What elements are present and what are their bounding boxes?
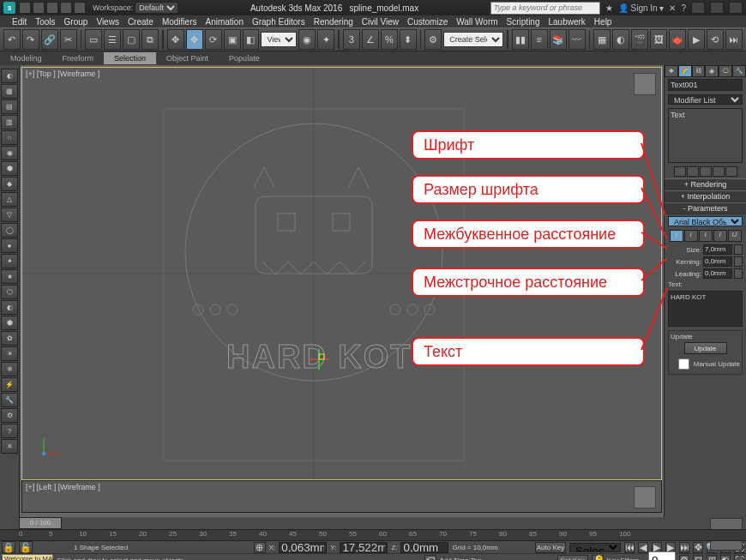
material-button[interactable]: ◐ [612, 29, 629, 50]
ribbon-tab-object paint[interactable]: Object Paint [156, 52, 219, 64]
menu-tools[interactable]: Tools [35, 17, 55, 27]
leftbar-btn-10[interactable]: ◯ [1, 223, 18, 238]
infocenter-icon[interactable]: ★ [605, 3, 613, 13]
autokey-button[interactable]: Auto Key [535, 542, 566, 553]
leftbar-btn-9[interactable]: ▽ [1, 208, 18, 222]
play-end-button[interactable]: ⏭ [679, 542, 689, 553]
render-frame-button[interactable]: 🖼 [650, 29, 667, 50]
ribbon-tab-freeform[interactable]: Freeform [52, 52, 105, 64]
show-end-button[interactable] [687, 166, 699, 177]
ribbon-tab-selection[interactable]: Selection [104, 52, 156, 64]
app-logo[interactable]: 3 [3, 2, 15, 14]
viewcube[interactable] [634, 73, 656, 95]
kerning-spin-buttons[interactable] [734, 256, 743, 267]
align-center-button[interactable]: I [684, 230, 698, 242]
maximize-button[interactable] [710, 2, 724, 14]
display-tab[interactable]: 🖵 [719, 65, 732, 77]
leftbar-btn-16[interactable]: ⬢ [1, 316, 18, 330]
link-button[interactable]: 🔗 [41, 29, 58, 50]
timetag-label[interactable]: Add Time Tag [440, 557, 482, 561]
exchange-icon[interactable]: ✕ [669, 3, 676, 13]
menu-rendering[interactable]: Rendering [314, 17, 353, 27]
viewport-top-label[interactable]: [+] [Top ] [Wireframe ] [26, 69, 99, 78]
leftbar-btn-22[interactable]: ⚙ [1, 408, 18, 423]
current-frame[interactable] [648, 551, 676, 561]
leftbar-btn-17[interactable]: ✿ [1, 331, 18, 346]
menu-group[interactable]: Group [64, 17, 88, 27]
create-tab[interactable]: ✚ [665, 65, 678, 77]
qat-redo-icon[interactable] [74, 2, 86, 14]
menu-customize[interactable]: Customize [407, 17, 448, 27]
menu-laubwerk[interactable]: Laubwerk [548, 17, 585, 27]
keymode-select[interactable]: Selected [569, 543, 621, 552]
leftbar-btn-5[interactable]: ◉ [1, 146, 18, 160]
menu-civilview[interactable]: Civil View [362, 17, 399, 27]
leftbar-btn-13[interactable]: ★ [1, 269, 18, 284]
timeconfig-button[interactable]: ⚙ [679, 555, 689, 561]
abs-rel-icon[interactable]: ⊕ [254, 542, 266, 553]
kerning-spinner[interactable]: 0,0mm [703, 256, 732, 267]
leftbar-btn-23[interactable]: ? [1, 424, 18, 438]
modifier-list-select[interactable]: Modifier List [668, 94, 743, 105]
align-justify-button[interactable]: I [713, 230, 727, 242]
time-slider[interactable]: 0 / 100 [19, 517, 62, 529]
remove-mod-button[interactable] [713, 166, 725, 177]
configure-button[interactable] [725, 166, 737, 177]
leftbar-btn-19[interactable]: ❄ [1, 362, 18, 376]
text-input[interactable]: HARD KOT [668, 291, 743, 327]
render-prod-button[interactable]: ▶ [688, 29, 705, 50]
selection-set-select[interactable]: Create Selection Se [443, 32, 503, 47]
leftbar-btn-24[interactable]: ✕ [1, 439, 18, 454]
leftbar-btn-14[interactable]: ⬡ [1, 285, 18, 299]
unique-button[interactable] [700, 166, 712, 177]
snap-button[interactable]: 3 [343, 29, 360, 50]
angle-snap-button[interactable]: ∠ [362, 29, 379, 50]
filter-button[interactable]: ⧉ [141, 29, 159, 50]
leftbar-btn-3[interactable]: ▥ [1, 115, 18, 129]
menu-modifiers[interactable]: Modifiers [162, 17, 197, 27]
percent-snap-button[interactable]: % [381, 29, 398, 50]
qat-new-icon[interactable] [19, 2, 31, 14]
font-select[interactable]: Arial Black Обычный [668, 216, 743, 226]
render-button[interactable]: 🫖 [669, 29, 686, 50]
qat-undo-icon[interactable] [60, 2, 72, 14]
align-right-button[interactable]: I [699, 230, 713, 242]
render-last-button[interactable]: ⏭ [725, 29, 743, 50]
leftbar-btn-7[interactable]: ◆ [1, 177, 18, 191]
maxscript-prompt[interactable]: Welcome to MA [2, 554, 53, 560]
leading-spin-buttons[interactable] [734, 268, 743, 279]
move-button[interactable]: ✥ [186, 29, 203, 50]
coord-y[interactable] [340, 542, 388, 553]
qat-save-icon[interactable] [46, 2, 58, 14]
underline-button[interactable]: U [728, 230, 742, 242]
play-prev-button[interactable]: ◀ [638, 542, 648, 553]
mirror-button[interactable]: ▮▮ [512, 29, 529, 50]
pivot-button[interactable]: ◉ [298, 29, 316, 50]
sel-lock-icon[interactable]: 🔓 [19, 541, 33, 553]
spinner-snap-button[interactable]: ⬍ [400, 29, 417, 50]
modifier-stack[interactable]: Text [668, 108, 743, 163]
nav-zoom-all-button[interactable]: ⊡ [693, 555, 703, 561]
leftbar-btn-1[interactable]: ▦ [1, 84, 18, 99]
leftbar-btn-18[interactable]: ☀ [1, 346, 18, 361]
ribbon-tab-modeling[interactable]: Modeling [0, 52, 52, 64]
help-icon[interactable]: ? [681, 3, 686, 13]
close-button[interactable] [729, 2, 743, 14]
keyfilters-button[interactable]: Key Filters... [607, 557, 645, 561]
search-input[interactable] [490, 2, 600, 15]
play-start-button[interactable]: ⏮ [624, 542, 635, 553]
coord-x[interactable] [279, 542, 327, 553]
menu-create[interactable]: Create [128, 17, 153, 27]
setkey-button[interactable]: Set Key [557, 555, 588, 561]
leftbar-btn-11[interactable]: ● [1, 238, 18, 253]
schematic-button[interactable]: ▦ [593, 29, 611, 50]
leftbar-btn-15[interactable]: ◐ [1, 300, 18, 315]
signin-button[interactable]: 👤 Sign In ▾ [618, 3, 665, 13]
utilities-tab[interactable]: 🔧 [732, 65, 746, 77]
viewcube-left[interactable] [634, 486, 656, 509]
size-spinner[interactable]: 7,0mm [703, 244, 732, 255]
nav-min-max-button[interactable]: ⛶ [734, 555, 744, 561]
workspace-select[interactable]: Default [135, 2, 178, 14]
leftbar-btn-12[interactable]: ✦ [1, 254, 18, 268]
select-button[interactable]: ▭ [85, 29, 102, 50]
